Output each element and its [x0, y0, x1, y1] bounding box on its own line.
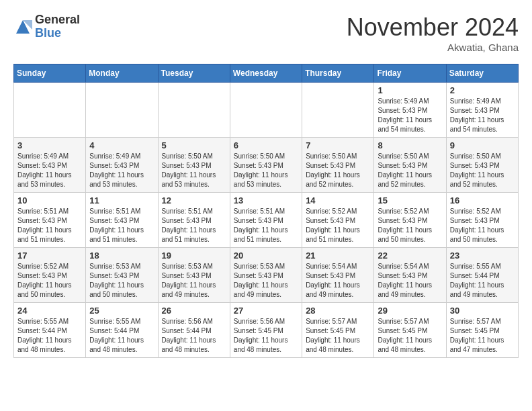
day-number: 17 [17, 250, 82, 261]
day-number: 3 [17, 140, 82, 150]
calendar-cell: 8Sunrise: 5:50 AM Sunset: 5:43 PM Daylig… [374, 138, 446, 193]
day-number: 8 [378, 140, 442, 150]
calendar-cell [230, 83, 302, 138]
weekday-header-thursday: Thursday [302, 64, 374, 83]
day-info: Sunrise: 5:50 AM Sunset: 5:43 PM Dayligh… [306, 152, 370, 189]
day-number: 18 [89, 250, 154, 261]
calendar-table: SundayMondayTuesdayWednesdayThursdayFrid… [13, 64, 519, 358]
day-info: Sunrise: 5:52 AM Sunset: 5:43 PM Dayligh… [378, 207, 442, 244]
calendar-week-3: 10Sunrise: 5:51 AM Sunset: 5:43 PM Dayli… [14, 193, 519, 248]
day-info: Sunrise: 5:50 AM Sunset: 5:43 PM Dayligh… [162, 152, 226, 189]
weekday-header-saturday: Saturday [446, 64, 518, 83]
calendar-cell: 17Sunrise: 5:52 AM Sunset: 5:43 PM Dayli… [14, 248, 86, 303]
day-info: Sunrise: 5:49 AM Sunset: 5:43 PM Dayligh… [378, 97, 442, 134]
day-info: Sunrise: 5:49 AM Sunset: 5:43 PM Dayligh… [450, 97, 515, 134]
calendar-cell: 16Sunrise: 5:52 AM Sunset: 5:43 PM Dayli… [446, 193, 518, 248]
weekday-header-friday: Friday [374, 64, 446, 83]
day-info: Sunrise: 5:51 AM Sunset: 5:43 PM Dayligh… [89, 207, 154, 244]
day-number: 30 [450, 306, 515, 316]
day-info: Sunrise: 5:52 AM Sunset: 5:43 PM Dayligh… [17, 262, 82, 300]
day-info: Sunrise: 5:55 AM Sunset: 5:44 PM Dayligh… [89, 317, 154, 355]
day-number: 1 [378, 85, 442, 95]
day-info: Sunrise: 5:54 AM Sunset: 5:43 PM Dayligh… [306, 262, 370, 300]
day-number: 11 [89, 195, 154, 205]
day-number: 4 [89, 140, 154, 150]
day-info: Sunrise: 5:57 AM Sunset: 5:45 PM Dayligh… [450, 317, 515, 355]
day-info: Sunrise: 5:52 AM Sunset: 5:43 PM Dayligh… [306, 207, 370, 244]
day-number: 24 [17, 306, 82, 316]
calendar-cell: 30Sunrise: 5:57 AM Sunset: 5:45 PM Dayli… [446, 303, 518, 358]
calendar-cell: 5Sunrise: 5:50 AM Sunset: 5:43 PM Daylig… [158, 138, 230, 193]
day-number: 7 [306, 140, 370, 150]
calendar-cell: 11Sunrise: 5:51 AM Sunset: 5:43 PM Dayli… [86, 193, 158, 248]
day-info: Sunrise: 5:54 AM Sunset: 5:43 PM Dayligh… [378, 262, 442, 300]
day-info: Sunrise: 5:57 AM Sunset: 5:45 PM Dayligh… [306, 317, 370, 355]
day-number: 20 [234, 250, 298, 261]
day-info: Sunrise: 5:50 AM Sunset: 5:43 PM Dayligh… [450, 152, 515, 189]
day-number: 9 [450, 140, 515, 150]
day-number: 29 [378, 306, 442, 316]
weekday-header-wednesday: Wednesday [230, 64, 302, 83]
day-number: 21 [306, 250, 370, 261]
calendar-cell: 12Sunrise: 5:51 AM Sunset: 5:43 PM Dayli… [158, 193, 230, 248]
calendar-cell: 21Sunrise: 5:54 AM Sunset: 5:43 PM Dayli… [302, 248, 374, 303]
calendar-cell: 29Sunrise: 5:57 AM Sunset: 5:45 PM Dayli… [374, 303, 446, 358]
day-info: Sunrise: 5:51 AM Sunset: 5:43 PM Dayligh… [17, 207, 82, 244]
calendar-cell: 14Sunrise: 5:52 AM Sunset: 5:43 PM Dayli… [302, 193, 374, 248]
calendar-cell: 13Sunrise: 5:51 AM Sunset: 5:43 PM Dayli… [230, 193, 302, 248]
day-number: 15 [378, 195, 442, 205]
day-number: 23 [450, 250, 515, 261]
day-info: Sunrise: 5:53 AM Sunset: 5:43 PM Dayligh… [162, 262, 226, 300]
calendar-cell: 7Sunrise: 5:50 AM Sunset: 5:43 PM Daylig… [302, 138, 374, 193]
calendar-cell: 27Sunrise: 5:56 AM Sunset: 5:45 PM Dayli… [230, 303, 302, 358]
calendar-cell [302, 83, 374, 138]
day-info: Sunrise: 5:51 AM Sunset: 5:43 PM Dayligh… [162, 207, 226, 244]
calendar-week-2: 3Sunrise: 5:49 AM Sunset: 5:43 PM Daylig… [14, 138, 519, 193]
calendar-week-4: 17Sunrise: 5:52 AM Sunset: 5:43 PM Dayli… [14, 248, 519, 303]
weekday-header-tuesday: Tuesday [158, 64, 230, 83]
day-info: Sunrise: 5:50 AM Sunset: 5:43 PM Dayligh… [378, 152, 442, 189]
calendar-cell: 22Sunrise: 5:54 AM Sunset: 5:43 PM Dayli… [374, 248, 446, 303]
day-number: 27 [234, 306, 298, 316]
logo-general: General [35, 13, 80, 27]
calendar-cell: 26Sunrise: 5:56 AM Sunset: 5:44 PM Dayli… [158, 303, 230, 358]
calendar-week-1: 1Sunrise: 5:49 AM Sunset: 5:43 PM Daylig… [14, 83, 519, 138]
day-number: 12 [162, 195, 226, 205]
calendar-cell [158, 83, 230, 138]
day-info: Sunrise: 5:55 AM Sunset: 5:44 PM Dayligh… [17, 317, 82, 355]
day-info: Sunrise: 5:51 AM Sunset: 5:43 PM Dayligh… [234, 207, 298, 244]
calendar-cell: 3Sunrise: 5:49 AM Sunset: 5:43 PM Daylig… [14, 138, 86, 193]
calendar-cell: 19Sunrise: 5:53 AM Sunset: 5:43 PM Dayli… [158, 248, 230, 303]
calendar-cell: 18Sunrise: 5:53 AM Sunset: 5:43 PM Dayli… [86, 248, 158, 303]
day-info: Sunrise: 5:52 AM Sunset: 5:43 PM Dayligh… [450, 207, 515, 244]
day-number: 25 [89, 306, 154, 316]
calendar-cell: 24Sunrise: 5:55 AM Sunset: 5:44 PM Dayli… [14, 303, 86, 358]
logo-blue: Blue [35, 27, 80, 40]
weekday-header-sunday: Sunday [14, 64, 86, 83]
day-number: 14 [306, 195, 370, 205]
title-block: November 2024 Akwatia, Ghana [347, 13, 519, 53]
day-number: 5 [162, 140, 226, 150]
calendar-cell: 28Sunrise: 5:57 AM Sunset: 5:45 PM Dayli… [302, 303, 374, 358]
calendar-cell: 23Sunrise: 5:55 AM Sunset: 5:44 PM Dayli… [446, 248, 518, 303]
day-number: 6 [234, 140, 298, 150]
logo-icon [13, 17, 32, 36]
day-number: 16 [450, 195, 515, 205]
calendar-cell: 15Sunrise: 5:52 AM Sunset: 5:43 PM Dayli… [374, 193, 446, 248]
day-info: Sunrise: 5:49 AM Sunset: 5:43 PM Dayligh… [89, 152, 154, 189]
calendar-cell: 4Sunrise: 5:49 AM Sunset: 5:43 PM Daylig… [86, 138, 158, 193]
calendar-week-5: 24Sunrise: 5:55 AM Sunset: 5:44 PM Dayli… [14, 303, 519, 358]
day-number: 2 [450, 85, 515, 95]
calendar-cell: 9Sunrise: 5:50 AM Sunset: 5:43 PM Daylig… [446, 138, 518, 193]
calendar-cell: 2Sunrise: 5:49 AM Sunset: 5:43 PM Daylig… [446, 83, 518, 138]
day-info: Sunrise: 5:56 AM Sunset: 5:44 PM Dayligh… [162, 317, 226, 355]
day-number: 22 [378, 250, 442, 261]
day-number: 13 [234, 195, 298, 205]
day-number: 19 [162, 250, 226, 261]
logo: General Blue [13, 13, 80, 40]
day-info: Sunrise: 5:57 AM Sunset: 5:45 PM Dayligh… [378, 317, 442, 355]
weekday-header-row: SundayMondayTuesdayWednesdayThursdayFrid… [14, 64, 519, 83]
day-number: 10 [17, 195, 82, 205]
logo-text: General Blue [35, 13, 80, 40]
day-info: Sunrise: 5:55 AM Sunset: 5:44 PM Dayligh… [450, 262, 515, 300]
